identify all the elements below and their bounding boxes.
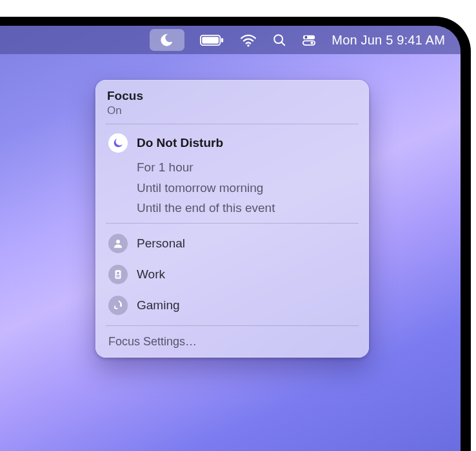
svg-point-9 <box>311 42 313 44</box>
focus-settings-link[interactable]: Focus Settings… <box>107 332 357 350</box>
svg-rect-1 <box>203 37 219 43</box>
svg-rect-14 <box>116 276 119 277</box>
mode-label: Gaming <box>137 298 180 312</box>
battery-icon[interactable] <box>200 34 224 46</box>
menu-bar-clock[interactable]: Mon Jun 5 9:41 AM <box>332 33 445 48</box>
svg-rect-11 <box>115 270 121 279</box>
svg-point-15 <box>118 303 119 304</box>
mode-gaming[interactable]: Gaming <box>107 293 357 318</box>
device-bezel: Mon Jun 5 9:41 AM Focus On Do Not Distur… <box>0 17 471 451</box>
separator <box>106 124 359 124</box>
svg-rect-2 <box>221 38 223 43</box>
wifi-icon[interactable] <box>240 33 257 47</box>
mode-do-not-disturb[interactable]: Do Not Disturb <box>107 131 357 155</box>
screen: Mon Jun 5 9:41 AM Focus On Do Not Distur… <box>0 26 461 451</box>
separator <box>106 325 359 326</box>
person-icon <box>108 234 128 253</box>
mode-label: Personal <box>137 236 185 251</box>
moon-icon <box>108 133 128 153</box>
mode-list: Personal Work <box>107 230 357 319</box>
dnd-option-tomorrow-morning[interactable]: Until tomorrow morning <box>137 180 357 197</box>
mode-work[interactable]: Work <box>107 262 357 287</box>
badge-icon <box>108 265 128 284</box>
svg-point-12 <box>117 272 119 274</box>
svg-rect-13 <box>116 275 119 276</box>
focus-dropdown-panel: Focus On Do Not Disturb For 1 hour Until… <box>95 80 369 358</box>
moon-icon <box>160 33 174 47</box>
focus-menu-button[interactable] <box>150 29 184 51</box>
rocket-icon <box>108 296 128 315</box>
svg-point-3 <box>248 44 250 46</box>
dnd-option-1-hour[interactable]: For 1 hour <box>137 159 357 176</box>
control-center-icon[interactable] <box>302 33 316 47</box>
panel-title: Focus <box>107 89 357 103</box>
panel-status: On <box>107 104 357 117</box>
svg-line-5 <box>282 43 285 46</box>
dnd-option-end-of-event[interactable]: Until the end of this event <box>137 200 357 216</box>
menu-bar: Mon Jun 5 9:41 AM <box>0 26 461 54</box>
dnd-duration-options: For 1 hour Until tomorrow morning Until … <box>107 159 357 216</box>
svg-point-8 <box>305 36 308 39</box>
mode-label: Work <box>137 267 165 282</box>
panel-header: Focus On <box>107 89 357 117</box>
spotlight-icon[interactable] <box>272 33 286 47</box>
separator <box>106 223 359 224</box>
svg-point-10 <box>116 240 120 244</box>
mode-personal[interactable]: Personal <box>107 231 357 256</box>
mode-label: Do Not Disturb <box>137 136 223 150</box>
